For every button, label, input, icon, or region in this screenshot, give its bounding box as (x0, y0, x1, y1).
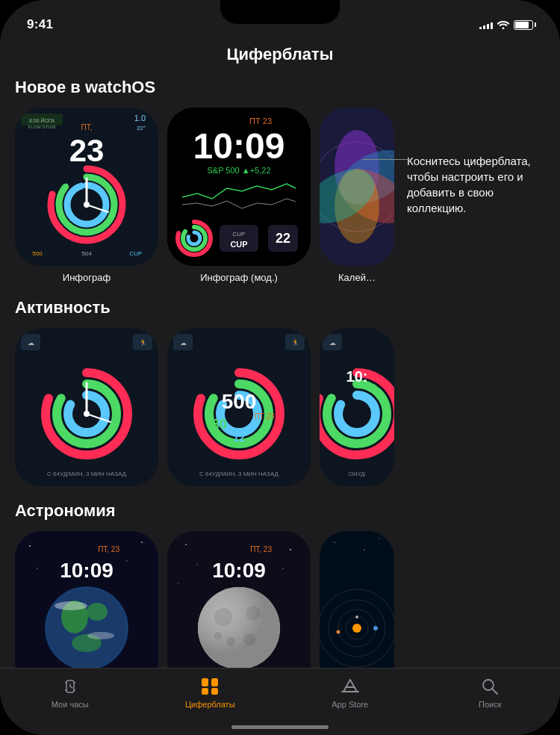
svg-point-101 (364, 549, 365, 551)
face-item-activity3[interactable]: ☁ 10: С64УД/ (320, 328, 394, 486)
tab-label-faces: Циферблаты (185, 700, 235, 709)
svg-point-72 (126, 560, 128, 562)
svg-text:30: 30 (212, 417, 227, 432)
svg-rect-120 (202, 688, 208, 695)
svg-text:🏃: 🏃 (139, 338, 148, 347)
svg-text:☁: ☁ (329, 339, 336, 347)
svg-point-87 (282, 568, 284, 569)
svg-text:8:00 ЙОГА: 8:00 ЙОГА (29, 117, 55, 123)
face-item-infograph[interactable]: ПТ, 23 8:00 ЙОГА FLOW STUDI 1.0 22° (15, 108, 158, 283)
page-title: Циферблаты (0, 39, 560, 75)
svg-rect-118 (202, 678, 208, 686)
face-item-kaleid[interactable]: Калей… (320, 108, 394, 283)
faces-row-astronomy: ПТ, 23 10:09 (15, 531, 545, 680)
svg-point-46 (84, 411, 90, 417)
phone-frame: 9:41 Циферблаты Новое в watch (0, 0, 560, 735)
svg-line-117 (70, 686, 72, 688)
face-label-infograph-mod: Инфограф (мод.) (200, 272, 278, 283)
svg-rect-119 (211, 678, 218, 686)
svg-text:ПТ, 23: ПТ, 23 (250, 545, 272, 553)
watch-face-moon[interactable]: ПТ, 23 10:09 (167, 531, 311, 680)
tooltip-text: Коснитесь циферблата, чтобы настроить ег… (407, 153, 545, 216)
svg-text:🏃: 🏃 (291, 338, 300, 347)
section-header-new: Новое в watchOS (15, 78, 545, 97)
face-label-kaleid: Калей… (338, 272, 376, 283)
wifi-icon (497, 20, 509, 29)
svg-point-86 (196, 564, 198, 565)
svg-rect-121 (211, 688, 218, 695)
svg-point-85 (290, 549, 291, 551)
face-item-infograph-mod[interactable]: ПТ 23 10:09 S&P 500 ▲+5,22 (167, 108, 311, 283)
svg-text:☁: ☁ (180, 339, 187, 347)
svg-text:500: 500 (222, 390, 257, 413)
watch-icon (60, 676, 81, 697)
faces-icon (199, 676, 220, 697)
svg-text:CUP: CUP (130, 250, 143, 257)
svg-point-108 (355, 615, 358, 618)
watch-face-earth[interactable]: ПТ, 23 10:09 (15, 531, 158, 680)
face-item-solar[interactable] (320, 531, 394, 680)
svg-rect-99 (320, 531, 394, 680)
signal-icon (479, 20, 493, 29)
watch-face-infograph[interactable]: ПТ, 23 8:00 ЙОГА FLOW STUDI 1.0 22° (15, 108, 158, 266)
app-store-icon (340, 676, 361, 697)
svg-point-70 (29, 545, 31, 547)
svg-text:С 64УД/МИН, 3 МИН НАЗАД: С 64УД/МИН, 3 МИН НАЗАД (199, 471, 279, 477)
svg-text:22°: 22° (137, 125, 146, 131)
svg-text:ПТ 23: ПТ 23 (254, 412, 275, 421)
svg-point-100 (334, 542, 335, 543)
svg-point-79 (55, 601, 87, 610)
svg-text:С 64УД/МИН, 3 МИН НАЗАД: С 64УД/МИН, 3 МИН НАЗАД (47, 471, 126, 477)
svg-text:S&P 500 ▲+5,22: S&P 500 ▲+5,22 (208, 166, 271, 175)
face-item-activity2[interactable]: ☁ 🏃 500 ПТ 23 30 12 (167, 328, 311, 486)
watch-face-kaleid[interactable] (320, 108, 394, 266)
watch-face-activity3[interactable]: ☁ 10: С64УД/ (320, 328, 394, 486)
tab-label-search: Поиск (479, 700, 501, 709)
tab-item-faces[interactable]: Циферблаты (140, 676, 281, 709)
svg-text:10:09: 10:09 (193, 126, 285, 166)
svg-text:10:09: 10:09 (60, 559, 113, 582)
watch-face-activity1[interactable]: ☁ 🏃 С 64УД/МИН, 3 МИН НАЗАД (15, 328, 158, 486)
svg-point-84 (185, 544, 187, 545)
battery-icon (514, 20, 533, 30)
svg-text:500: 500 (32, 250, 43, 257)
svg-text:1.0: 1.0 (134, 114, 146, 122)
svg-text:ПТ, 23: ПТ, 23 (98, 545, 119, 553)
face-item-activity1[interactable]: ☁ 🏃 С 64УД/МИН, 3 МИН НАЗАД (15, 328, 158, 486)
tooltip-callout: Коснитесь циферблата, чтобы настроить ег… (407, 153, 545, 216)
home-indicator (231, 725, 329, 729)
svg-text:С64УД/: С64УД/ (348, 471, 366, 477)
notch (220, 0, 340, 24)
svg-point-73 (37, 568, 38, 569)
tab-label-app-store: App Store (332, 700, 368, 709)
main-content: Новое в watchOS ПТ, 23 8:00 ЙОГА FLOW ST… (0, 75, 560, 680)
watch-face-solar[interactable] (320, 531, 394, 680)
svg-text:FLOW STUDI: FLOW STUDI (28, 125, 56, 129)
svg-point-109 (373, 626, 378, 630)
svg-point-76 (87, 603, 108, 621)
svg-point-88 (178, 583, 178, 583)
svg-line-125 (492, 689, 497, 694)
svg-text:CUP: CUP (230, 240, 247, 249)
svg-text:504: 504 (81, 250, 92, 257)
svg-point-110 (337, 630, 340, 634)
tab-item-app-store[interactable]: App Store (280, 676, 420, 709)
svg-point-96 (198, 587, 280, 669)
svg-point-102 (379, 538, 379, 539)
watch-face-infograph-mod[interactable]: ПТ 23 10:09 S&P 500 ▲+5,22 (167, 108, 311, 266)
tab-item-my-watch[interactable]: Мои часы (0, 676, 140, 709)
face-item-earth[interactable]: ПТ, 23 10:09 (15, 531, 158, 680)
tab-item-search[interactable]: Поиск (420, 676, 561, 709)
svg-point-71 (141, 542, 143, 543)
watch-face-activity2[interactable]: ☁ 🏃 500 ПТ 23 30 12 (167, 328, 311, 486)
section-header-activity: Активность (15, 298, 545, 317)
svg-text:CUP: CUP (233, 231, 246, 238)
status-time: 9:41 (27, 17, 53, 32)
svg-text:23: 23 (69, 133, 105, 168)
tab-label-my-watch: Мои часы (52, 700, 89, 709)
svg-text:12: 12 (233, 432, 245, 444)
face-item-moon[interactable]: ПТ, 23 10:09 (167, 531, 311, 680)
face-label-infograph: Инфограф (63, 272, 111, 283)
svg-point-107 (352, 624, 361, 633)
status-icons (479, 20, 533, 30)
